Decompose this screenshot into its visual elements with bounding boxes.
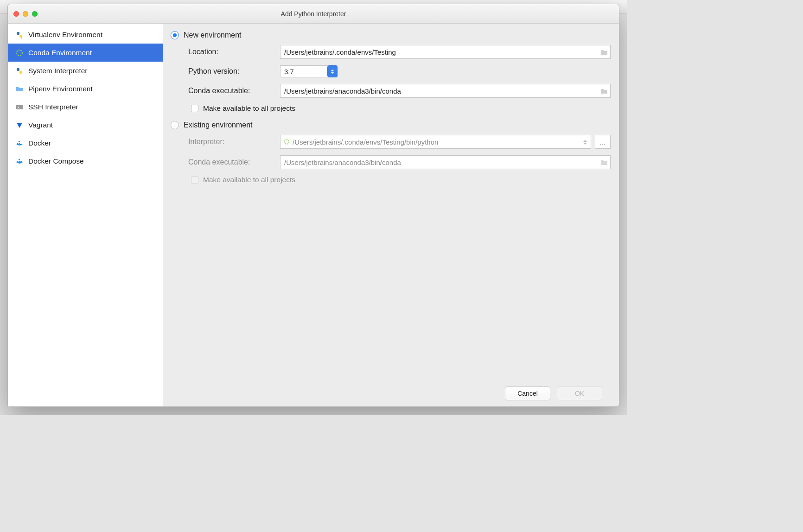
svg-point-3 bbox=[17, 50, 22, 56]
sidebar-item-label: Docker Compose bbox=[28, 157, 84, 165]
conda-executable-label-existing: Conda executable: bbox=[188, 158, 280, 166]
svg-point-14 bbox=[284, 139, 289, 144]
cancel-button[interactable]: Cancel bbox=[505, 386, 550, 400]
sidebar-item-label: Conda Environment bbox=[28, 49, 92, 57]
sidebar-item-system[interactable]: System Interpreter bbox=[8, 62, 163, 80]
radio-existing-environment[interactable] bbox=[171, 121, 179, 129]
dialog-footer: Cancel OK bbox=[171, 380, 611, 406]
svg-rect-5 bbox=[19, 71, 22, 74]
dialog-title: Add Python Interpreter bbox=[8, 10, 619, 18]
sidebar-item-label: Virtualenv Environment bbox=[28, 31, 102, 39]
conda-executable-input-existing: /Users/jetbrains/anaconda3/bin/conda bbox=[280, 155, 611, 169]
sidebar-item-vagrant[interactable]: Vagrant bbox=[8, 116, 163, 134]
interpreter-combobox: /Users/jetbrains/.conda/envs/Testing/bin… bbox=[280, 135, 591, 149]
sidebar-item-label: System Interpreter bbox=[28, 67, 88, 75]
browse-conda-existing-button bbox=[598, 156, 611, 168]
sidebar-item-ssh[interactable]: SSH Interpreter bbox=[8, 98, 163, 116]
docker-compose-icon bbox=[15, 157, 24, 165]
new-environment-radio-row[interactable]: New environment bbox=[171, 31, 611, 39]
browse-location-button[interactable] bbox=[598, 46, 611, 58]
sidebar-item-docker-compose[interactable]: Docker Compose bbox=[8, 152, 163, 170]
svg-rect-10 bbox=[17, 161, 18, 162]
interpreter-label: Interpreter: bbox=[188, 138, 280, 146]
svg-rect-6 bbox=[16, 105, 23, 109]
sidebar-item-conda[interactable]: Conda Environment bbox=[8, 44, 163, 62]
ok-button: OK bbox=[557, 386, 602, 400]
sidebar-item-label: SSH Interpreter bbox=[28, 103, 78, 111]
svg-rect-7 bbox=[17, 143, 18, 144]
svg-rect-0 bbox=[17, 32, 19, 35]
python-icon bbox=[15, 67, 24, 75]
python-icon: v bbox=[15, 31, 24, 39]
new-environment-label: New environment bbox=[184, 31, 242, 39]
chevron-updown-icon bbox=[581, 137, 589, 147]
titlebar: Add Python Interpreter bbox=[8, 4, 619, 24]
interpreter-type-sidebar: v Virtualenv Environment Conda Environme… bbox=[8, 24, 163, 406]
make-available-checkbox-existing bbox=[191, 176, 198, 184]
svg-rect-12 bbox=[20, 161, 22, 162]
svg-rect-13 bbox=[19, 159, 20, 160]
location-input[interactable]: /Users/jetbrains/.conda/envs/Testing bbox=[280, 45, 611, 59]
conda-executable-input[interactable]: /Users/jetbrains/anaconda3/bin/conda bbox=[280, 84, 611, 98]
folder-icon bbox=[15, 85, 24, 93]
browse-conda-button[interactable] bbox=[598, 85, 611, 97]
conda-executable-label: Conda executable: bbox=[188, 87, 280, 95]
chevron-updown-icon[interactable] bbox=[327, 65, 338, 77]
make-available-label: Make available to all projects bbox=[203, 104, 295, 113]
location-label: Location: bbox=[188, 48, 280, 56]
make-available-checkbox[interactable] bbox=[191, 105, 198, 112]
sidebar-item-pipenv[interactable]: Pipenv Environment bbox=[8, 80, 163, 98]
docker-icon bbox=[15, 139, 24, 147]
more-interpreter-button: ... bbox=[595, 135, 611, 149]
terminal-icon bbox=[15, 103, 24, 111]
vagrant-icon bbox=[15, 121, 24, 129]
conda-icon bbox=[15, 49, 24, 57]
svg-rect-9 bbox=[19, 141, 20, 142]
add-interpreter-dialog: Add Python Interpreter v Virtualenv Envi… bbox=[7, 4, 619, 407]
radio-new-environment[interactable] bbox=[171, 31, 179, 39]
svg-text:v: v bbox=[21, 36, 23, 38]
make-available-label-existing: Make available to all projects bbox=[203, 176, 295, 184]
existing-environment-label: Existing environment bbox=[184, 121, 253, 129]
svg-rect-8 bbox=[19, 143, 20, 144]
svg-rect-4 bbox=[17, 68, 19, 71]
sidebar-item-label: Docker bbox=[28, 139, 51, 147]
python-version-label: Python version: bbox=[188, 67, 280, 76]
sidebar-item-docker[interactable]: Docker bbox=[8, 134, 163, 152]
sidebar-item-label: Pipenv Environment bbox=[28, 85, 93, 93]
main-panel: New environment Location: /Users/jetbrai… bbox=[163, 24, 619, 406]
existing-environment-radio-row[interactable]: Existing environment bbox=[171, 121, 611, 129]
sidebar-item-virtualenv[interactable]: v Virtualenv Environment bbox=[8, 25, 163, 44]
svg-rect-11 bbox=[19, 161, 20, 162]
sidebar-item-label: Vagrant bbox=[28, 121, 53, 129]
conda-icon bbox=[283, 139, 290, 145]
